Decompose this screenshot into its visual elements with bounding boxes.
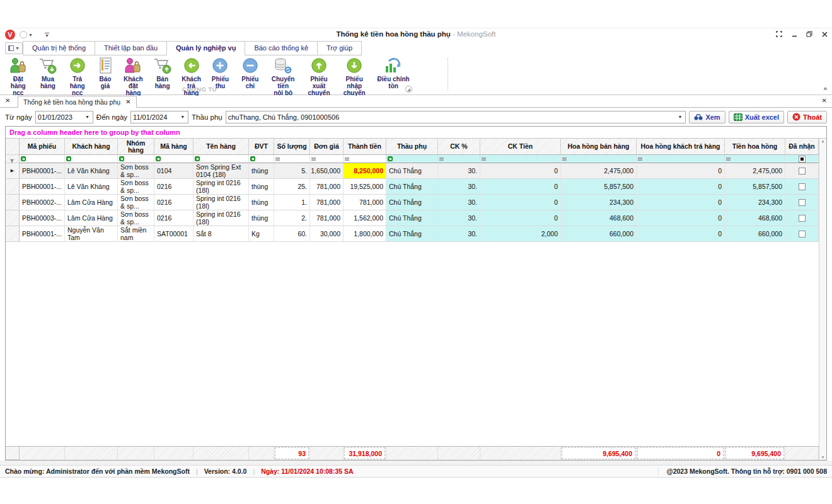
cell-ten-hang[interactable]: Spring int 0216 (18l) [194,195,249,210]
cell-da-nhan[interactable] [785,195,819,210]
cell-tien-hh[interactable]: 660,000 [725,226,785,242]
chevron-down-icon[interactable]: ▼ [179,115,186,119]
tab-tro-giup[interactable]: Trợ giúp [318,41,362,55]
cell-so-luong[interactable]: 2. [274,210,310,226]
column-header-so-luong[interactable]: Số lượng [274,139,310,155]
cell-hh-tra[interactable]: 0 [637,210,725,226]
close-tab-left-icon[interactable]: ✕ [5,97,10,104]
cell-da-nhan[interactable] [785,163,819,179]
fit-window-icon[interactable] [775,30,783,38]
cell-don-gia[interactable]: 1,650,000 [310,163,344,179]
cell-nhom-hang[interactable]: Sơn boss & sp... [118,210,154,226]
view-button[interactable]: Xem [689,111,725,123]
cell-ck-tien[interactable]: 0 [480,195,561,210]
export-excel-button[interactable]: Xuất excel [729,111,784,123]
table-row[interactable]: PBH00001-...Lê Văn KhángSơn boss & sp...… [6,179,819,195]
table-row[interactable]: PBH00003-...Lâm Cửa HàngSơn boss & sp...… [6,210,819,226]
column-header-thau-phu[interactable]: Thầu phụ [386,139,438,155]
table-row[interactable]: PBH00001-...Nguyễn Văn TamSắt miền namSA… [6,226,819,242]
filter-cell-tien-hh[interactable] [725,155,785,163]
cell-nhom-hang[interactable]: Sơn boss & sp... [118,195,154,210]
filter-cell-ma-phieu[interactable] [20,155,65,163]
checkbox-indeterminate-icon[interactable] [799,156,806,163]
cell-don-gia[interactable]: 781,000 [310,210,344,226]
column-header-dvt[interactable]: ĐVT [249,139,274,155]
cell-hh-ban[interactable]: 234,300 [561,195,637,210]
group-dialog-launcher-icon[interactable]: ◢ [405,86,412,93]
cell-nhom-hang[interactable]: Sắt miền nam [118,226,154,242]
table-row[interactable]: PBH00002-...Lâm Cửa HàngSơn boss & sp...… [6,195,819,210]
cell-don-gia[interactable]: 30,000 [310,226,344,242]
cell-da-nhan[interactable] [785,210,819,226]
cell-ma-hang[interactable]: 0104 [154,163,194,179]
cell-da-nhan[interactable] [785,179,819,195]
close-tab-right-icon[interactable]: ✕ [822,97,827,104]
filter-cell-da-nhan[interactable] [785,155,819,163]
tab-quan-ly-nghiep-vu[interactable]: Quản lý nghiệp vụ [167,41,245,55]
filter-cell-ck-tien[interactable] [480,155,561,163]
cell-khach-hang[interactable]: Lê Văn Kháng [65,163,118,179]
toolbar-item-phieu-chi[interactable]: Phiếu chi [235,55,265,90]
app-menu-button[interactable]: ▼ [5,42,23,54]
cell-tien-hh[interactable]: 234,300 [725,195,785,210]
cell-da-nhan[interactable] [785,226,819,242]
column-header-ten-hang[interactable]: Tên hàng [194,139,249,155]
cell-thau-phu[interactable]: Chú Thắng [386,210,438,226]
toolbar-item-phieu-thu[interactable]: Phiếu thu [205,55,236,90]
cell-hh-ban[interactable]: 2,475,000 [561,163,637,179]
cell-don-gia[interactable]: 781,000 [310,179,344,195]
cell-thau-phu[interactable]: Chú Thắng [386,226,438,242]
cell-so-luong[interactable]: 5. [274,163,310,179]
received-checkbox[interactable] [799,231,806,238]
cell-dvt[interactable]: thùng [249,179,274,195]
filter-cell-ten-hang[interactable] [194,155,249,163]
scroll-up-icon[interactable]: ▲ [821,139,825,143]
table-row[interactable]: ▶PBH00001-...Lê Văn KhángSơn boss & sp..… [6,163,819,179]
column-header-ck-pct[interactable]: CK % [438,139,480,155]
filter-cell-so-luong[interactable] [274,155,310,163]
cell-ma-phieu[interactable]: PBH00001-... [20,226,65,242]
cell-tien-hh[interactable]: 5,857,500 [725,179,785,195]
cell-ma-phieu[interactable]: PBH00001-... [20,163,65,179]
cell-dvt[interactable]: thùng [249,195,274,210]
cell-don-gia[interactable]: 781,000 [310,195,344,210]
cell-hh-tra[interactable]: 0 [637,163,725,179]
cell-ten-hang[interactable]: Spring int 0216 (18l) [194,179,249,195]
cell-khach-hang[interactable]: Lê Văn Kháng [65,179,118,195]
minimize-icon[interactable] [790,30,798,38]
tab-thiet-lap-ban-dau[interactable]: Thiết lập ban đầu [95,41,167,55]
cell-ma-phieu[interactable]: PBH00003-... [20,210,65,226]
cell-tien-hh[interactable]: 468,600 [725,210,785,226]
filter-funnel-icon[interactable] [6,155,20,163]
contractor-combo[interactable]: chuThang, Chú Thắng, 0901000506 ▼ [226,111,686,123]
cell-ma-hang[interactable]: SAT00001 [154,226,194,242]
toolbar-item-mua-hang[interactable]: Mua hàng [33,55,64,90]
column-header-don-gia[interactable]: Đơn giá [310,139,344,155]
cell-thanh-tien[interactable]: 781,000 [344,195,386,210]
cell-ma-phieu[interactable]: PBH00002-... [20,195,65,210]
cell-khach-hang[interactable]: Lâm Cửa Hàng [65,210,118,226]
cell-so-luong[interactable]: 60. [274,226,310,242]
cell-ck-tien[interactable]: 0 [480,179,561,195]
cell-so-luong[interactable]: 25. [274,179,310,195]
column-header-ma-phieu[interactable]: Mã phiếu [20,139,65,155]
close-icon[interactable]: ✕ [125,98,130,105]
chevron-down-icon[interactable]: ▼ [676,115,683,119]
cell-ma-hang[interactable]: 0216 [154,210,194,226]
cell-hh-ban[interactable]: 660,000 [561,226,637,242]
scroll-down-icon[interactable]: ▼ [821,455,825,459]
cell-dvt[interactable]: thùng [249,210,274,226]
filter-cell-thanh-tien[interactable] [344,155,386,163]
received-checkbox[interactable] [799,183,806,190]
filter-cell-nhom-hang[interactable] [118,155,154,163]
cell-ck-pct[interactable]: 30. [438,226,480,242]
cell-nhom-hang[interactable]: Sơn boss & sp... [118,163,154,179]
filter-cell-ma-hang[interactable] [154,155,194,163]
filter-cell-thau-phu[interactable] [386,155,438,163]
column-header-nhom-hang[interactable]: Nhóm hàng [118,139,154,155]
cell-thanh-tien[interactable]: 8,250,000 [344,163,386,179]
cell-ma-hang[interactable]: 0216 [154,195,194,210]
cell-thanh-tien[interactable]: 19,525,000 [344,179,386,195]
to-date-combo[interactable]: 11/01/2024 ▼ [130,111,188,123]
filter-cell-khach-hang[interactable] [65,155,118,163]
